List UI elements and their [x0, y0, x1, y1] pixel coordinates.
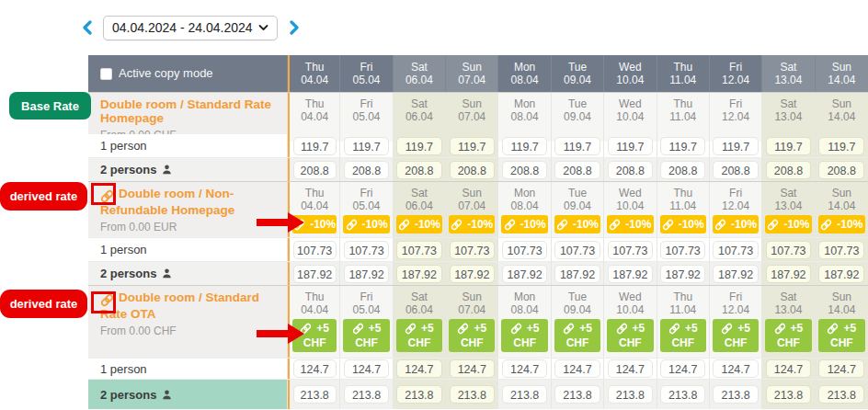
- rate-value-input[interactable]: 107.73: [818, 241, 864, 259]
- rate-value-input[interactable]: 208.8: [766, 161, 811, 179]
- rate-name[interactable]: Double room / Standard Rate OTA: [100, 290, 283, 321]
- derived-rate-badge[interactable]: +5CHF: [713, 319, 759, 352]
- rate-value-input[interactable]: 213.8: [818, 385, 864, 404]
- rate-value-input[interactable]: 187.92: [713, 265, 758, 283]
- person-icon: [162, 165, 172, 175]
- rate-value-input[interactable]: 213.8: [766, 385, 811, 404]
- next-date-range-icon[interactable]: [287, 17, 302, 38]
- rate-value-input[interactable]: 187.92: [396, 265, 441, 283]
- rate-value-input[interactable]: 119.7: [396, 137, 441, 155]
- active-copy-mode-label: Active copy mode: [119, 67, 213, 80]
- active-copy-mode-checkbox[interactable]: [100, 68, 112, 80]
- rate-value-input[interactable]: 124.7: [502, 359, 547, 378]
- derived-rate-badge[interactable]: +5CHF: [818, 319, 865, 352]
- derived-rate-badge[interactable]: -10%: [765, 215, 811, 233]
- rate-value-input[interactable]: 213.8: [344, 385, 389, 404]
- derived-rate-badge[interactable]: -10%: [713, 215, 759, 233]
- rate-value-input[interactable]: 208.8: [608, 161, 653, 179]
- derived-rate-badge[interactable]: -10%: [818, 215, 865, 233]
- rate-value-cell: 107.73: [340, 238, 393, 261]
- rate-value-input[interactable]: 119.7: [660, 137, 705, 155]
- rate-value-input[interactable]: 119.7: [450, 137, 495, 155]
- rate-value-input[interactable]: 187.92: [554, 265, 600, 283]
- rate-value-input[interactable]: 107.73: [766, 241, 811, 259]
- rate-value-input[interactable]: 208.8: [818, 161, 864, 179]
- derived-rate-badge[interactable]: +5CHF: [449, 319, 495, 352]
- rate-value-input[interactable]: 107.73: [502, 241, 547, 259]
- rate-value-input[interactable]: 187.92: [818, 265, 864, 283]
- rate-value-input[interactable]: 107.73: [344, 241, 389, 259]
- rate-value-input[interactable]: 119.7: [608, 137, 653, 155]
- rate-value-input[interactable]: 119.7: [766, 137, 811, 155]
- rate-value-input[interactable]: 107.73: [396, 241, 441, 259]
- rate-value-input[interactable]: 119.7: [293, 137, 337, 155]
- rate-value-input[interactable]: 119.7: [713, 137, 758, 155]
- rate-value-input[interactable]: 208.8: [502, 161, 547, 179]
- rate-value-input[interactable]: 208.8: [344, 161, 389, 179]
- rate-value-input[interactable]: 187.92: [293, 265, 337, 283]
- rate-value-input[interactable]: 124.7: [818, 359, 864, 378]
- rate-value-input[interactable]: 124.7: [293, 359, 337, 378]
- rate-value-input[interactable]: 124.7: [660, 359, 705, 378]
- derived-rate-badge[interactable]: -10%: [607, 215, 653, 233]
- rate-value-input[interactable]: 124.7: [766, 359, 811, 378]
- rate-value-input[interactable]: 119.7: [502, 137, 547, 155]
- derived-rate-badge[interactable]: +5CHF: [765, 319, 811, 352]
- derived-rate-badge[interactable]: +5CHF: [501, 319, 547, 352]
- derived-rate-badge[interactable]: +5CHF: [607, 319, 653, 352]
- rate-value-input[interactable]: 107.73: [450, 241, 495, 259]
- rate-value-input[interactable]: 213.8: [502, 385, 547, 404]
- rate-value-input[interactable]: 213.8: [450, 385, 495, 404]
- rate-value-input[interactable]: 124.7: [450, 359, 495, 378]
- derived-rate-badge[interactable]: -10%: [449, 215, 495, 233]
- derived-rate-badge[interactable]: +5CHF: [396, 319, 442, 352]
- derived-rate-badge[interactable]: -10%: [396, 215, 442, 233]
- rate-value-input[interactable]: 208.8: [396, 161, 441, 179]
- rate-value-input[interactable]: 119.7: [818, 137, 864, 155]
- derived-rate-badge[interactable]: -10%: [660, 215, 706, 233]
- rate-value-input[interactable]: 107.73: [608, 241, 653, 259]
- link-icon: [457, 323, 469, 335]
- rate-value-input[interactable]: 124.7: [554, 359, 600, 378]
- rate-value-input[interactable]: 124.7: [344, 359, 389, 378]
- rate-value-input[interactable]: 213.8: [554, 385, 600, 404]
- derived-rate-badge[interactable]: -10%: [501, 215, 547, 233]
- rate-value-input[interactable]: 107.73: [713, 241, 758, 259]
- rate-value-cell: 213.8: [762, 380, 815, 409]
- rate-value-input[interactable]: 107.73: [293, 241, 337, 259]
- rate-value-input[interactable]: 213.8: [660, 385, 705, 404]
- date-range-select[interactable]: 04.04.2024 - 24.04.2024: [103, 16, 278, 40]
- derived-rate-badge[interactable]: -10%: [554, 215, 600, 233]
- rate-value-input[interactable]: 213.8: [293, 385, 337, 404]
- rate-value-input[interactable]: 187.92: [344, 265, 389, 283]
- rate-value-cell: 124.7: [446, 359, 498, 379]
- rate-value-input[interactable]: 119.7: [554, 137, 600, 155]
- rate-value-input[interactable]: 187.92: [450, 265, 495, 283]
- rate-value-input[interactable]: 124.7: [608, 359, 653, 378]
- rate-value-cell: 119.7: [340, 134, 393, 157]
- prev-date-range-icon[interactable]: [79, 17, 94, 38]
- derived-rate-badge[interactable]: +5CHF: [660, 319, 706, 352]
- derived-rate-badge[interactable]: -10%: [343, 215, 389, 233]
- rate-value-input[interactable]: 213.8: [713, 385, 758, 404]
- rate-value-input[interactable]: 124.7: [396, 359, 441, 378]
- rate-value-input[interactable]: 187.92: [502, 265, 547, 283]
- derived-rate-badge[interactable]: +5CHF: [343, 319, 389, 352]
- rate-value-input[interactable]: 107.73: [660, 241, 705, 259]
- rate-value-cell: 119.7: [552, 134, 604, 157]
- rate-value-input[interactable]: 208.8: [713, 161, 758, 179]
- rate-value-input[interactable]: 124.7: [713, 359, 758, 378]
- rate-value-input[interactable]: 187.92: [766, 265, 811, 283]
- rate-value-input[interactable]: 187.92: [660, 265, 705, 283]
- rate-value-input[interactable]: 208.8: [554, 161, 600, 179]
- rate-value-input[interactable]: 213.8: [396, 385, 441, 404]
- rate-name[interactable]: Double room / Standard Rate Homepage: [100, 97, 283, 125]
- derived-rate-badge[interactable]: +5CHF: [554, 319, 600, 352]
- rate-value-input[interactable]: 119.7: [344, 137, 389, 155]
- rate-value-input[interactable]: 208.8: [293, 161, 337, 179]
- rate-value-input[interactable]: 107.73: [554, 241, 600, 259]
- rate-value-input[interactable]: 187.92: [608, 265, 653, 283]
- rate-value-input[interactable]: 208.8: [660, 161, 705, 179]
- rate-value-input[interactable]: 213.8: [608, 385, 653, 404]
- rate-value-input[interactable]: 208.8: [450, 161, 495, 179]
